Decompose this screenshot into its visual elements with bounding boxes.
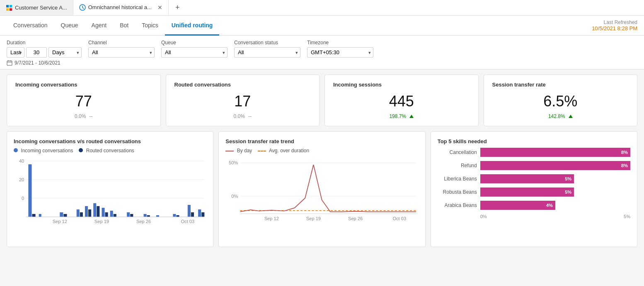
last-refreshed-value: 10/5/2021 8:28 PM xyxy=(592,25,637,31)
svg-rect-2 xyxy=(6,8,9,11)
skill-bar-liberica: 5% xyxy=(480,174,574,183)
svg-text:Sep 26: Sep 26 xyxy=(136,219,151,224)
kpi-1-sub2: -- xyxy=(248,113,252,119)
add-tab-button[interactable]: + xyxy=(169,0,186,15)
status-filter: Conversation status All xyxy=(234,40,300,58)
svg-rect-16 xyxy=(28,164,31,217)
tab-customer-service[interactable]: Customer Service A... xyxy=(0,0,73,15)
skills-chart: Cancellation 8% Refund 8% xyxy=(438,148,630,219)
tab-unified-routing[interactable]: Unified routing xyxy=(165,16,220,36)
line-chart-legend: By day Avg. over duration xyxy=(225,148,418,154)
svg-rect-31 xyxy=(127,212,130,217)
svg-rect-20 xyxy=(63,214,67,217)
svg-text:0: 0 xyxy=(22,196,24,201)
timezone-select[interactable]: GMT+05:30 xyxy=(307,47,373,58)
date-range: 9/7/2021 - 10/6/2021 xyxy=(7,58,637,66)
svg-rect-25 xyxy=(93,203,96,217)
svg-rect-18 xyxy=(39,214,41,217)
queue-filter: Queue All xyxy=(161,40,228,58)
kpi-incoming-sessions: Incoming sessions 445 198.7% xyxy=(324,75,479,126)
skill-label-robusta: Robusta Beans xyxy=(438,189,477,195)
svg-rect-21 xyxy=(77,209,80,217)
nav-bar: Conversation Queue Agent Bot Topics Unif… xyxy=(0,16,644,36)
grid-icon xyxy=(6,5,12,11)
tab-queue[interactable]: Queue xyxy=(54,16,85,36)
svg-rect-36 xyxy=(173,214,176,217)
tab-omnichannel-label: Omnichannel historical a... xyxy=(88,4,152,10)
svg-text:Sep 12: Sep 12 xyxy=(264,216,279,221)
skills-x-label-0: 0% xyxy=(480,214,487,219)
skills-x-axis: 0% 5% xyxy=(438,214,630,219)
line-chart-card: Session transfer rate trend By day Avg. … xyxy=(218,131,425,247)
svg-rect-40 xyxy=(198,209,201,217)
status-label: Conversation status xyxy=(234,40,300,46)
timezone-filter: Timezone GMT+05:30 xyxy=(307,40,373,58)
tab-omnichannel[interactable]: Omnichannel historical a... ✕ xyxy=(73,0,169,15)
duration-unit-select[interactable]: Days xyxy=(48,47,82,58)
svg-rect-39 xyxy=(191,212,194,217)
legend-avg-label: Avg. over duration xyxy=(269,148,309,154)
svg-text:Oct 03: Oct 03 xyxy=(181,219,194,224)
tab-customer-service-label: Customer Service A... xyxy=(15,5,67,11)
skill-bar-cancellation: 8% xyxy=(480,148,630,157)
skill-row-cancellation: Cancellation 8% xyxy=(438,148,630,157)
duration-filter: Duration Last 30 Days xyxy=(7,40,82,58)
skill-bar-robusta: 5% xyxy=(480,187,574,197)
last-refreshed: Last Refreshed 10/5/2021 8:28 PM xyxy=(592,19,637,31)
legend-routed-dot xyxy=(79,148,83,152)
chart-icon xyxy=(79,4,86,11)
close-tab-button[interactable]: ✕ xyxy=(157,4,162,11)
svg-rect-29 xyxy=(110,211,113,217)
duration-preset-select[interactable]: Last xyxy=(7,47,24,58)
queue-select[interactable]: All xyxy=(161,47,228,58)
line-chart-title: Session transfer rate trend xyxy=(225,138,418,144)
svg-rect-41 xyxy=(201,212,204,217)
svg-rect-24 xyxy=(88,209,91,217)
channel-filter: Channel All xyxy=(88,40,155,58)
bar-chart-area: 40 20 0 xyxy=(14,157,206,231)
svg-text:Sep 26: Sep 26 xyxy=(348,216,363,221)
svg-rect-28 xyxy=(105,212,108,217)
skills-chart-title: Top 5 skills needed xyxy=(438,138,630,144)
svg-rect-35 xyxy=(156,215,159,217)
legend-incoming-label: Incoming conversations xyxy=(21,148,73,154)
legend-byday-line xyxy=(225,151,234,151)
kpi-row: Incoming conversations 77 0.0% -- Routed… xyxy=(7,75,637,126)
skill-row-arabica: Arabica Beans 4% xyxy=(438,201,630,210)
charts-row: Incoming conversations v/s routed conver… xyxy=(7,131,637,247)
svg-rect-17 xyxy=(32,214,36,217)
skill-row-robusta: Robusta Beans 5% xyxy=(438,187,630,197)
kpi-0-sub1: 0.0% xyxy=(75,113,86,119)
legend-routed-label: Routed conversations xyxy=(86,148,134,154)
nav-tabs: Conversation Queue Agent Bot Topics Unif… xyxy=(7,16,219,35)
trend-up-icon-transfer xyxy=(569,115,573,118)
duration-value-input[interactable]: 30 xyxy=(26,47,47,58)
skill-label-refund: Refund xyxy=(438,163,477,168)
bar-chart-svg: 40 20 0 xyxy=(14,157,206,231)
timezone-label: Timezone xyxy=(307,40,373,46)
svg-text:20: 20 xyxy=(19,177,24,182)
svg-text:Sep 12: Sep 12 xyxy=(53,219,67,224)
filters-bar: Duration Last 30 Days Channel xyxy=(0,36,644,70)
legend-incoming-dot xyxy=(14,148,18,152)
svg-rect-37 xyxy=(176,215,179,217)
tab-conversation[interactable]: Conversation xyxy=(7,16,54,36)
kpi-session-transfer-rate: Session transfer rate 6.5% 142.8% xyxy=(484,75,638,126)
tab-agent[interactable]: Agent xyxy=(85,16,114,36)
svg-text:50%: 50% xyxy=(229,160,238,165)
svg-rect-34 xyxy=(147,215,150,217)
tab-bot[interactable]: Bot xyxy=(113,16,135,36)
skills-x-label-1: 5% xyxy=(624,214,630,219)
duration-label: Duration xyxy=(7,40,82,46)
kpi-3-sub1: 142.8% xyxy=(548,113,565,119)
kpi-incoming-conversations: Incoming conversations 77 0.0% -- xyxy=(7,75,161,126)
legend-avg-dashed xyxy=(258,151,266,151)
channel-select[interactable]: All xyxy=(88,47,155,58)
calendar-icon xyxy=(7,60,12,66)
svg-rect-5 xyxy=(7,61,12,65)
status-select[interactable]: All xyxy=(234,47,300,58)
tab-topics[interactable]: Topics xyxy=(135,16,165,36)
date-range-value: 9/7/2021 - 10/6/2021 xyxy=(15,60,61,66)
queue-label: Queue xyxy=(161,40,228,46)
svg-rect-30 xyxy=(114,214,116,217)
